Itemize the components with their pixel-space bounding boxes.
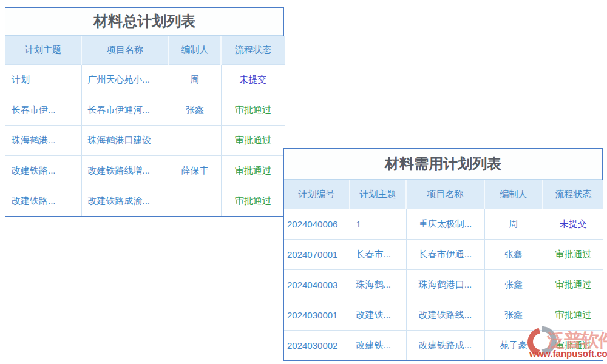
column-header-status: 流程状态	[221, 36, 285, 65]
cell-subject[interactable]: 1	[350, 209, 406, 240]
cell-status-badge[interactable]: 未提交	[543, 209, 603, 240]
cell-project[interactable]: 珠海鹤港口...	[406, 270, 484, 300]
column-header-subject: 计划主题	[350, 180, 406, 209]
table-row[interactable]: 改建铁路... 改建铁路线增... 薛保丰 审批通过	[5, 156, 285, 186]
table-row[interactable]: 2024040006 1 重庆太极制... 周 未提交	[284, 209, 603, 240]
cell-status-badge[interactable]: 审批通过	[221, 186, 285, 217]
cell-project[interactable]: 改建铁路线增...	[81, 156, 169, 186]
watermark-url-text: www.fanpusoft.com	[529, 348, 607, 359]
cell-plan-no[interactable]: 2024030001	[284, 300, 350, 331]
cell-subject[interactable]: 珠海鹤港...	[5, 126, 81, 156]
cell-subject[interactable]: 改建铁...	[350, 331, 406, 361]
cell-subject[interactable]: 改建铁...	[350, 300, 406, 331]
cell-plan-no[interactable]: 2024070001	[284, 240, 350, 270]
cell-project[interactable]: 改建铁路成...	[406, 331, 484, 361]
cell-subject[interactable]: 改建铁路...	[5, 186, 81, 217]
cell-status-badge[interactable]: 审批通过	[543, 240, 603, 270]
cell-project[interactable]: 改建铁路线...	[406, 300, 484, 331]
cell-project[interactable]: 长春市伊通...	[406, 240, 484, 270]
cell-project[interactable]: 珠海鹤港口建设	[81, 126, 169, 156]
cell-project[interactable]: 长春市伊通河...	[81, 95, 169, 126]
cell-project[interactable]: 重庆太极制...	[406, 209, 484, 240]
cell-plan-no[interactable]: 2024040006	[284, 209, 350, 240]
cell-project[interactable]: 广州天心苑小...	[81, 65, 169, 95]
table-row[interactable]: 长春市伊... 长春市伊通河... 张鑫 审批通过	[5, 95, 285, 126]
total-plan-table-title: 材料总计划列表	[5, 8, 283, 36]
cell-status-badge[interactable]: 审批通过	[221, 95, 285, 126]
cell-status-badge[interactable]: 审批通过	[221, 126, 285, 156]
cell-compiler[interactable]: 张鑫	[484, 240, 543, 270]
cell-compiler[interactable]: 张鑫	[484, 270, 543, 300]
cell-status-badge[interactable]: 审批通过	[543, 270, 603, 300]
column-header-plan-no: 计划编号	[284, 180, 350, 209]
cell-subject[interactable]: 改建铁路...	[5, 156, 81, 186]
cell-compiler[interactable]: 张鑫	[169, 95, 221, 126]
cell-plan-no[interactable]: 2024040003	[284, 270, 350, 300]
cell-subject[interactable]: 长春市伊...	[5, 95, 81, 126]
table-row[interactable]: 改建铁路... 改建铁路成渝... 审批通过	[5, 186, 285, 217]
cell-compiler[interactable]: 周	[169, 65, 221, 95]
column-header-status: 流程状态	[543, 180, 603, 209]
cell-status-badge[interactable]: 审批通过	[221, 156, 285, 186]
cell-project[interactable]: 改建铁路成渝...	[81, 186, 169, 217]
cell-compiler[interactable]	[169, 126, 221, 156]
cell-compiler[interactable]: 周	[484, 209, 543, 240]
table-row[interactable]: 2024070001 长春市... 长春市伊通... 张鑫 审批通过	[284, 240, 603, 270]
cell-subject[interactable]: 长春市...	[350, 240, 406, 270]
cell-plan-no[interactable]: 2024030002	[284, 331, 350, 361]
table-row[interactable]: 2024040003 珠海鹤... 珠海鹤港口... 张鑫 审批通过	[284, 270, 603, 300]
column-header-compiler: 编制人	[484, 180, 543, 209]
required-plan-header-row: 计划编号 计划主题 项目名称 编制人 流程状态	[284, 180, 603, 209]
table-row[interactable]: 珠海鹤港... 珠海鹤港口建设 审批通过	[5, 126, 285, 156]
cell-compiler[interactable]	[169, 186, 221, 217]
cell-compiler[interactable]: 薛保丰	[169, 156, 221, 186]
column-header-compiler: 编制人	[169, 36, 221, 65]
cell-subject[interactable]: 珠海鹤...	[350, 270, 406, 300]
total-plan-header-row: 计划主题 项目名称 编制人 流程状态	[5, 36, 285, 65]
total-plan-table: 计划主题 项目名称 编制人 流程状态 计划 广州天心苑小... 周 未提交 长春…	[5, 36, 285, 216]
column-header-subject: 计划主题	[5, 36, 81, 65]
material-total-plan-card: 材料总计划列表 计划主题 项目名称 编制人 流程状态 计划 广州天心苑小... …	[5, 7, 284, 217]
cell-status-badge[interactable]: 未提交	[221, 65, 285, 95]
table-row[interactable]: 计划 广州天心苑小... 周 未提交	[5, 65, 285, 95]
required-plan-table-title: 材料需用计划列表	[284, 149, 602, 180]
column-header-project: 项目名称	[81, 36, 169, 65]
cell-subject[interactable]: 计划	[5, 65, 81, 95]
column-header-project: 项目名称	[406, 180, 484, 209]
